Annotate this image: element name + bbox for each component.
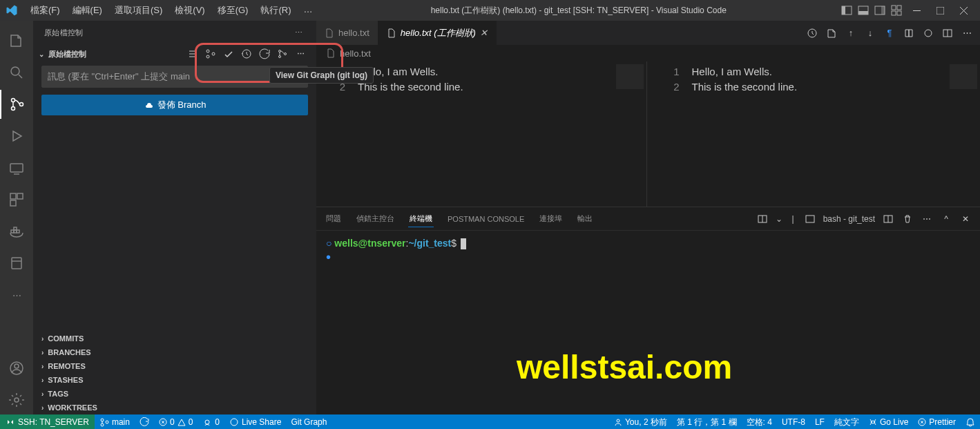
- sync-icon: [140, 417, 149, 427]
- status-remote[interactable]: SSH: TN_SERVER: [0, 414, 95, 429]
- terminal-prompt-dot: •: [326, 249, 970, 265]
- trash-icon[interactable]: [901, 213, 914, 225]
- activity-settings[interactable]: [0, 385, 33, 414]
- terminal[interactable]: ○ wells@tnserver:~/git_test$ • wellstsai…: [316, 231, 980, 412]
- panel-tab-output[interactable]: 輸出: [576, 211, 594, 227]
- diff-right-pane[interactable]: 1Hello, I am Wells. 2This is the second …: [651, 61, 981, 207]
- group-commits[interactable]: ›COMMITS: [33, 332, 316, 345]
- menu-view[interactable]: 檢視(V): [169, 1, 210, 19]
- book-icon[interactable]: [903, 27, 915, 39]
- check-icon[interactable]: [222, 48, 235, 60]
- menu-overflow[interactable]: …: [298, 1, 318, 19]
- status-sync[interactable]: [135, 414, 154, 429]
- layout-sidebar-right-icon[interactable]: [872, 3, 887, 18]
- activity-ellipsis[interactable]: ⋯: [0, 280, 33, 309]
- close-icon[interactable]: [952, 0, 974, 21]
- activity-explorer[interactable]: [0, 26, 33, 55]
- menu-edit[interactable]: 編輯(E): [67, 1, 108, 19]
- status-errors[interactable]: 0 0: [154, 414, 198, 429]
- more-actions-icon[interactable]: ⋯: [294, 48, 307, 60]
- publish-branch-button[interactable]: 發佈 Branch: [41, 95, 308, 115]
- bash-icon[interactable]: [804, 213, 816, 225]
- refresh-icon[interactable]: [258, 48, 271, 60]
- group-tags[interactable]: ›TAGS: [33, 387, 316, 401]
- panel-actions: ⌄ | bash - git_test ⋯ ^ ✕: [756, 213, 972, 225]
- tab-hello[interactable]: hello.txt: [316, 21, 378, 45]
- layout-customize-icon[interactable]: [889, 3, 904, 18]
- panel-tab-ports[interactable]: 連接埠: [538, 211, 564, 227]
- minimap[interactable]: [616, 64, 644, 89]
- commit-message-input[interactable]: 訊息 (要在 "Ctrl+Enter" 上提交 main: [41, 66, 308, 88]
- history-icon[interactable]: [240, 48, 253, 60]
- group-stashes[interactable]: ›STASHES: [33, 373, 316, 387]
- split-icon[interactable]: [882, 213, 894, 225]
- status-branch[interactable]: main: [95, 414, 135, 429]
- status-ports[interactable]: 0: [198, 414, 224, 429]
- split-icon[interactable]: [941, 27, 954, 39]
- maximize-panel-icon[interactable]: ^: [940, 213, 952, 225]
- status-gitgraph[interactable]: Git Graph: [286, 414, 332, 429]
- branch-icon[interactable]: [204, 48, 217, 60]
- panel-tab-problems[interactable]: 問題: [325, 211, 343, 227]
- tree-view-icon[interactable]: [186, 48, 199, 60]
- group-worktrees[interactable]: ›WORKTREES: [33, 401, 316, 414]
- breadcrumb[interactable]: hello.txt: [316, 45, 980, 61]
- sidebar-title: 原始檔控制: [44, 28, 84, 38]
- status-position[interactable]: 第 1 行，第 1 欄: [672, 414, 742, 429]
- more-icon[interactable]: ⋯: [961, 27, 973, 39]
- status-eol[interactable]: LF: [810, 414, 829, 429]
- prev-change-icon[interactable]: ↑: [845, 27, 857, 39]
- activity-scm[interactable]: [0, 90, 33, 119]
- more-icon[interactable]: ⋯: [921, 213, 933, 225]
- activity-extensions[interactable]: [0, 185, 33, 214]
- status-liveshare[interactable]: Live Share: [224, 414, 286, 429]
- activity-remote[interactable]: [0, 153, 33, 182]
- menu-go[interactable]: 移至(G): [212, 1, 254, 19]
- group-branches[interactable]: ›BRANCHES: [33, 345, 316, 359]
- split-terminal-icon[interactable]: [756, 213, 769, 225]
- tab-hello-worktree[interactable]: hello.txt (工作樹狀) ✕: [378, 21, 497, 45]
- diff-icon[interactable]: [922, 27, 934, 39]
- activity-docker[interactable]: [0, 217, 33, 246]
- status-encoding[interactable]: UTF-8: [777, 414, 810, 429]
- activity-debug[interactable]: [0, 122, 33, 151]
- cloud-upload-icon: [144, 100, 153, 110]
- status-spaces[interactable]: 空格: 4: [742, 414, 777, 429]
- chevron-down-icon: ⌄: [39, 50, 44, 58]
- sidebar-header: 原始檔控制 ⋯: [33, 21, 316, 45]
- group-remotes[interactable]: ›REMOTES: [33, 359, 316, 373]
- diff-editor[interactable]: 1Hello, I am Wells. 2This is the second …: [316, 61, 980, 207]
- activity-other[interactable]: [0, 249, 33, 278]
- panel-tab-terminal[interactable]: 終端機: [408, 211, 434, 227]
- scm-section-header[interactable]: ⌄ 原始檔控制 ⋯ View Git Graph (git log): [33, 45, 316, 63]
- status-blame[interactable]: You, 2 秒前: [609, 414, 672, 429]
- status-prettier[interactable]: Prettier: [913, 414, 961, 429]
- status-remote-label: SSH: TN_SERVER: [18, 417, 89, 427]
- layout-sidebar-left-icon[interactable]: [839, 3, 854, 18]
- whitespace-icon[interactable]: ¶: [883, 27, 896, 39]
- chevron-right-icon: ›: [41, 404, 44, 412]
- history-icon[interactable]: [806, 27, 818, 39]
- minimize-icon[interactable]: [905, 0, 928, 21]
- menu-run[interactable]: 執行(R): [255, 1, 296, 19]
- status-notifications[interactable]: [961, 414, 980, 429]
- terminal-chevron[interactable]: ⌄: [776, 214, 782, 224]
- activity-search[interactable]: [0, 58, 33, 87]
- layout-panel-icon[interactable]: [856, 3, 871, 18]
- next-change-icon[interactable]: ↓: [864, 27, 876, 39]
- terminal-name[interactable]: bash - git_test: [823, 214, 875, 224]
- status-golive[interactable]: Go Live: [864, 414, 913, 429]
- more-icon[interactable]: ⋯: [293, 27, 305, 39]
- menu-selection[interactable]: 選取項目(S): [109, 1, 168, 19]
- close-tab-icon[interactable]: ✕: [480, 28, 488, 38]
- status-language[interactable]: 純文字: [829, 414, 864, 429]
- close-panel-icon[interactable]: ✕: [959, 213, 972, 225]
- activity-account[interactable]: [0, 354, 33, 383]
- panel-tab-debug[interactable]: 偵錯主控台: [355, 211, 396, 227]
- menu-file[interactable]: 檔案(F): [25, 1, 66, 19]
- panel-tab-postman[interactable]: POSTMAN CONSOLE: [446, 212, 526, 226]
- git-graph-icon[interactable]: [276, 48, 289, 60]
- maximize-icon[interactable]: [929, 0, 951, 21]
- open-file-icon[interactable]: [825, 27, 838, 39]
- minimap[interactable]: [950, 64, 977, 89]
